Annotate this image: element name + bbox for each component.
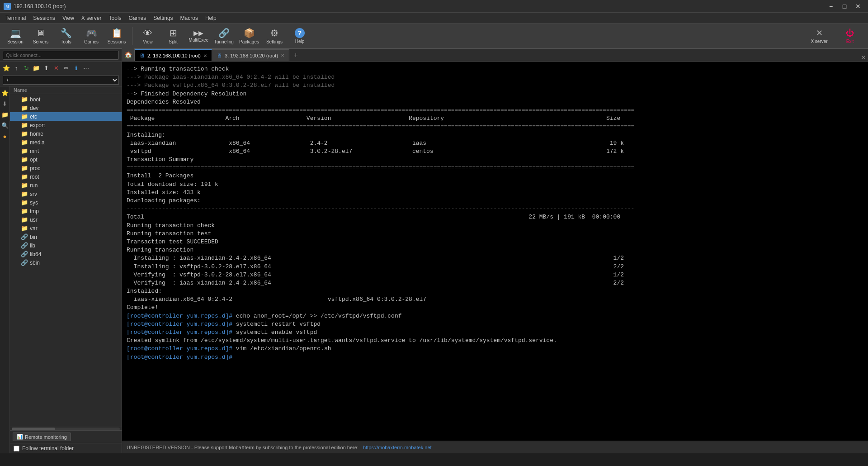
tree-item-name: media xyxy=(30,139,45,146)
sessions-button[interactable]: 📋 Sessions xyxy=(105,25,128,48)
tree-item[interactable]: 📁media xyxy=(10,138,122,147)
sessions-icon: 📋 xyxy=(111,28,123,38)
menu-tools[interactable]: Tools xyxy=(105,13,125,24)
tab-1[interactable]: 🖥 2. 192.168.100.10 (root) ✕ xyxy=(135,49,212,61)
file-tree[interactable]: 📁boot📁dev📁etc📁export📁home📁media📁mnt📁opt📁… xyxy=(10,94,122,427)
terminal-line: Running transaction check xyxy=(127,222,863,230)
sidebar-delete-btn[interactable]: ✕ xyxy=(52,63,61,72)
nav-search-icon[interactable]: 🔍 xyxy=(0,121,9,130)
tab-1-close[interactable]: ✕ xyxy=(203,53,207,58)
sidebar-star-btn[interactable]: ⭐ xyxy=(2,63,11,72)
menu-terminal[interactable]: Terminal xyxy=(2,13,29,24)
sidebar-up-btn[interactable]: ↑ xyxy=(12,63,21,72)
tree-item[interactable]: 📁sys xyxy=(10,198,122,207)
menu-macros[interactable]: Macros xyxy=(177,13,202,24)
split-button[interactable]: ⊞ Split xyxy=(161,25,185,48)
tools-button[interactable]: 🔧 Tools xyxy=(54,25,78,48)
minimize-button[interactable]: − xyxy=(825,0,837,13)
folder-icon: 📁 xyxy=(21,105,28,111)
terminal-line: [root@controller yum.repos.d]# xyxy=(127,353,863,361)
menu-xserver[interactable]: X server xyxy=(78,13,105,24)
content-area: 🏠 🖥 2. 192.168.100.10 (root) ✕ 🖥 3. 192.… xyxy=(122,49,868,453)
nav-star-icon[interactable]: ⭐ xyxy=(0,88,9,97)
folder-icon: 📁 xyxy=(21,96,28,103)
sidebar-new-folder-btn[interactable]: 📁 xyxy=(32,63,41,72)
xserver-button[interactable]: ✕ X server xyxy=(805,25,834,48)
tree-item[interactable]: 📁tmp xyxy=(10,207,122,215)
terminal-output[interactable]: --> Running transaction check---> Packag… xyxy=(122,62,868,441)
tree-item[interactable]: 📁usr xyxy=(10,215,122,224)
tree-item[interactable]: 📁var xyxy=(10,224,122,233)
tree-item[interactable]: 🔗bin xyxy=(10,233,122,241)
close-button[interactable]: ✕ xyxy=(852,0,864,13)
status-link[interactable]: https://mobaxterm.mobatek.net xyxy=(363,445,432,450)
file-tree-hscroll[interactable] xyxy=(10,427,122,430)
tree-item[interactable]: 🔗sbin xyxy=(10,258,122,267)
exit-button[interactable]: ⏻ Exit xyxy=(835,25,864,48)
games-icon: 🎮 xyxy=(86,28,97,38)
tree-item[interactable]: 📁dev xyxy=(10,104,122,112)
sidebar-info-btn[interactable]: ℹ xyxy=(71,63,80,72)
tree-item[interactable]: 🔗lib xyxy=(10,241,122,250)
tab-2-close[interactable]: ✕ xyxy=(281,53,284,58)
maximize-button[interactable]: □ xyxy=(838,0,851,13)
tree-item[interactable]: 📁export xyxy=(10,121,122,129)
tree-item[interactable]: 📁home xyxy=(10,129,122,138)
quick-connect-input[interactable] xyxy=(3,51,119,60)
tab-home-button[interactable]: 🏠 xyxy=(122,48,135,61)
tree-item[interactable]: 📁run xyxy=(10,181,122,190)
tree-item[interactable]: 📁boot xyxy=(10,95,122,104)
tree-item-name: lib64 xyxy=(30,251,41,257)
sidebar-refresh-btn[interactable]: ↻ xyxy=(22,63,31,72)
view-button[interactable]: 👁 View xyxy=(136,25,160,48)
menu-help[interactable]: Help xyxy=(202,13,220,24)
sidebar-rename-btn[interactable]: ✏ xyxy=(61,63,71,72)
link-icon: 🔗 xyxy=(21,242,28,249)
tree-item[interactable]: 📁mnt xyxy=(10,147,122,155)
nav-circle-icon[interactable]: ● xyxy=(0,132,9,141)
menu-sessions[interactable]: Sessions xyxy=(29,13,59,24)
settings-button[interactable]: ⚙ Settings xyxy=(263,25,286,48)
tree-item-name: mnt xyxy=(30,148,39,154)
packages-button[interactable]: 📦 Packages xyxy=(237,25,261,48)
games-button[interactable]: 🎮 Games xyxy=(80,25,103,48)
h-scrollbar-thumb[interactable] xyxy=(12,428,55,430)
terminal-line: ----------------------------------------… xyxy=(127,205,863,213)
folder-icon: 📁 xyxy=(21,173,28,180)
new-tab-button[interactable]: + xyxy=(289,49,302,61)
path-select[interactable]: / xyxy=(3,76,119,85)
menu-games[interactable]: Games xyxy=(125,13,150,24)
help-button[interactable]: ? Help xyxy=(288,25,311,48)
tree-item[interactable]: 📁srv xyxy=(10,190,122,198)
menu-view[interactable]: View xyxy=(59,13,78,24)
tabs-close-button[interactable]: ✕ xyxy=(861,54,866,61)
follow-folder-checkbox[interactable] xyxy=(14,446,19,452)
tree-item-name: proc xyxy=(30,165,40,171)
link-icon: 🔗 xyxy=(21,251,28,257)
remote-monitoring-button[interactable]: 📊 Remote monitoring xyxy=(13,433,71,441)
sidebar-upload-btn[interactable]: ⬆ xyxy=(42,63,51,72)
split-icon: ⊞ xyxy=(170,28,177,38)
tab-2[interactable]: 🖥 3. 192.168.100.20 (root) ✕ xyxy=(212,49,289,61)
h-scrollbar[interactable] xyxy=(12,428,120,430)
folder-icon: 📁 xyxy=(21,216,28,223)
terminal-line: Verifying : vsftpd-3.0.2-28.el7.x86_64 1… xyxy=(127,271,863,279)
terminal-line: [root@controller yum.repos.d]# vim /etc/… xyxy=(127,345,863,353)
tree-item[interactable]: 📁opt xyxy=(10,155,122,164)
nav-download-icon[interactable]: ⬇ xyxy=(0,99,9,108)
follow-folder-label[interactable]: Follow terminal folder xyxy=(22,445,74,452)
session-button[interactable]: 💻 Session xyxy=(4,25,27,48)
tree-item[interactable]: 📁proc xyxy=(10,164,122,172)
tunneling-button[interactable]: 🔗 Tunneling xyxy=(212,25,236,48)
tree-item[interactable]: 🔗lib64 xyxy=(10,250,122,258)
servers-icon: 🖥 xyxy=(36,28,45,38)
nav-folder-icon[interactable]: 📁 xyxy=(0,110,9,119)
servers-button[interactable]: 🖥 Servers xyxy=(29,25,52,48)
sidebar-more-btn[interactable]: ⋯ xyxy=(81,63,90,72)
tree-item[interactable]: 📁root xyxy=(10,172,122,181)
tree-item-name: lib xyxy=(30,243,35,249)
menu-settings[interactable]: Settings xyxy=(150,13,176,24)
session-icon: 💻 xyxy=(10,28,21,38)
tree-item[interactable]: 📁etc xyxy=(10,112,122,121)
multiexec-button[interactable]: ▶▶ MultiExec xyxy=(187,25,210,48)
